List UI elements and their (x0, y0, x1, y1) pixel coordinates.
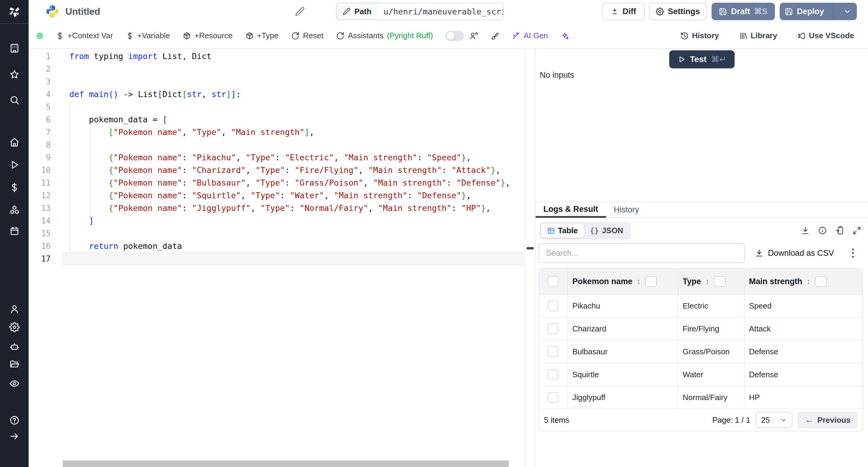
download-csv-button[interactable]: Download as CSV (755, 245, 834, 261)
ai-gen-button[interactable]: AI Gen (512, 31, 548, 40)
code-line[interactable]: {"Pokemon name": "Squirtle", "Type": "Wa… (62, 189, 524, 202)
line-number: 9 (29, 151, 51, 164)
row-checkbox[interactable] (548, 323, 558, 334)
code-line[interactable] (62, 138, 524, 151)
code-line[interactable]: from typing import List, Dict (62, 50, 524, 63)
column-filter-toggle[interactable] (815, 276, 827, 287)
row-checkbox[interactable] (548, 301, 558, 311)
deploy-main[interactable]: Deploy (780, 3, 829, 20)
info-icon[interactable] (818, 226, 827, 235)
tab-logs-result[interactable]: Logs & Result (535, 202, 606, 218)
sidebar-item-collapse-icon[interactable] (9, 431, 20, 441)
package-icon (183, 32, 191, 40)
code-line[interactable] (62, 252, 524, 265)
column-filter-toggle[interactable] (645, 276, 657, 287)
windmill-logo-icon[interactable] (7, 4, 22, 19)
deploy-dropdown[interactable] (838, 3, 857, 20)
table-row: PikachuElectricSpeed (539, 294, 863, 317)
path-field[interactable]: Path u/henri/maneuverable_script (336, 3, 504, 20)
row-checkbox[interactable] (548, 392, 558, 403)
test-button[interactable]: Test ⌘↵ (669, 50, 735, 68)
dollar-icon (56, 32, 64, 40)
add-type-button[interactable]: +Type (245, 31, 279, 40)
add-resource-button[interactable]: +Resource (183, 31, 232, 40)
diff-button[interactable]: Diff (602, 3, 645, 20)
previous-page-button[interactable]: ← Previous (798, 411, 858, 429)
add-context-var-button[interactable]: +Context Var (56, 31, 113, 40)
table-row: JigglypuffNormal/FairyHP (539, 386, 863, 409)
code-line[interactable]: {"Pokemon name": "Charizard", "Type": "F… (62, 164, 524, 177)
sidebar-item-folders-icon[interactable] (9, 359, 20, 369)
column-filter-toggle[interactable] (714, 276, 726, 287)
code-line[interactable]: pokemon_data = [ (62, 113, 524, 126)
format-brush-button[interactable] (491, 32, 499, 40)
table-row: BulbasaurGrass/PoisonDefense (539, 340, 863, 363)
tab-history[interactable]: History (606, 202, 647, 217)
code-line[interactable]: return pokemon_data (62, 240, 524, 252)
code-editor[interactable]: 1234567891011121314151617 from typing im… (29, 49, 524, 467)
code-line[interactable] (62, 75, 524, 88)
sort-icon[interactable]: ↕ (807, 277, 811, 286)
splitter-handle-icon[interactable] (527, 247, 534, 249)
code-line[interactable]: ["Pokemon name", "Type", "Main strength"… (62, 126, 524, 138)
assistants-button[interactable]: Assistants (Pyright Ruff) (336, 31, 433, 40)
panel-splitter[interactable] (524, 49, 535, 467)
sort-icon[interactable]: ↕ (705, 277, 710, 286)
use-vscode-button[interactable]: Use VScode (797, 31, 854, 40)
settings-button[interactable]: Settings (649, 3, 707, 20)
code-line[interactable]: ] (62, 215, 524, 227)
result-search-input[interactable] (538, 243, 745, 263)
table-menu-button[interactable]: ⋮ (846, 244, 859, 261)
deploy-button[interactable]: Deploy (780, 3, 857, 20)
ai-sparkles-button[interactable] (561, 32, 569, 40)
download-icon[interactable] (801, 226, 810, 235)
add-variable-button[interactable]: +Variable (126, 31, 170, 40)
history-button[interactable]: History (680, 31, 719, 40)
sidebar-item-audit-logs-icon[interactable] (9, 378, 20, 389)
code-line[interactable]: {"Pokemon name": "Jigglypuff", "Type": "… (62, 202, 524, 215)
test-shortcut: ⌘↵ (711, 55, 726, 64)
table-cell: Grass/Poison (678, 340, 745, 363)
draft-button[interactable]: Draft ⌘S (712, 3, 775, 20)
view-json-segment[interactable]: {} JSON (584, 223, 629, 238)
expand-icon[interactable] (852, 226, 861, 235)
sidebar-item-workers-icon[interactable] (9, 342, 20, 352)
sidebar-item-variables-icon[interactable] (9, 182, 20, 192)
sidebar-item-workspace-icon[interactable] (9, 43, 20, 53)
clipboard-copy-icon[interactable] (835, 226, 844, 235)
code-line[interactable]: {"Pokemon name": "Pikachu", "Type": "Ele… (62, 151, 524, 164)
code-line[interactable]: def main() -> List[Dict[str, str]]: (62, 88, 524, 101)
sidebar-item-home-icon[interactable] (9, 137, 20, 147)
table-cell: Electric (678, 295, 745, 317)
sidebar-item-user-icon[interactable] (9, 304, 20, 314)
editor-horizontal-scrollbar[interactable] (63, 460, 509, 467)
copilot-toggle[interactable] (445, 31, 464, 41)
sidebar-item-help-icon[interactable] (9, 415, 20, 426)
sort-icon[interactable]: ↕ (637, 277, 641, 286)
sidebar-item-search-icon[interactable] (9, 95, 20, 105)
line-number: 12 (29, 189, 51, 202)
row-checkbox[interactable] (548, 369, 558, 380)
code-line[interactable] (62, 63, 524, 75)
edit-summary-pencil-icon[interactable] (295, 7, 305, 16)
select-all-checkbox[interactable] (548, 276, 558, 287)
code-line[interactable] (62, 227, 524, 240)
sidebar-item-resources-icon[interactable] (9, 205, 20, 215)
code-line[interactable] (62, 101, 524, 113)
page-size-select[interactable]: 25 (755, 412, 792, 428)
row-checkbox[interactable] (548, 346, 558, 357)
library-button[interactable]: Library (739, 31, 777, 40)
table-cell: Defense (745, 363, 863, 386)
sidebar-item-runs-icon[interactable] (9, 160, 20, 170)
line-number: 4 (29, 88, 51, 101)
items-count: 5 items (544, 415, 569, 425)
view-table-segment[interactable]: Table (541, 223, 584, 238)
sidebar-item-favorites-icon[interactable] (9, 69, 20, 80)
path-label: Path (337, 3, 377, 20)
code-line[interactable]: {"Pokemon name": "Bulbasaur", "Type": "G… (62, 177, 524, 189)
result-table: Pokemon name ↕ Type ↕ Main strength ↕ Pi… (538, 268, 863, 431)
path-value[interactable]: u/henri/maneuverable_script (377, 7, 504, 16)
sidebar-item-schedules-icon[interactable] (9, 226, 20, 236)
sidebar-item-settings-icon[interactable] (9, 322, 20, 332)
reset-button[interactable]: Reset (291, 31, 323, 40)
